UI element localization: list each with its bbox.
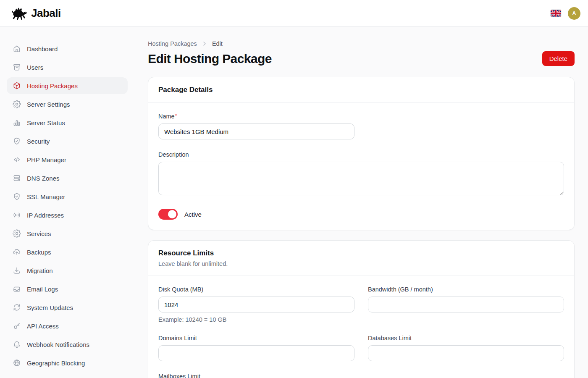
bar-chart-icon xyxy=(13,118,21,127)
avatar[interactable]: A xyxy=(568,7,580,20)
sidebar-item-backups[interactable]: Backups xyxy=(7,244,128,260)
breadcrumb: Hosting Packages Edit xyxy=(148,40,575,47)
active-toggle-row: Active xyxy=(158,209,564,220)
boar-logo-icon xyxy=(10,6,28,21)
sidebar-item-services[interactable]: Services xyxy=(7,225,128,242)
broadcast-icon xyxy=(13,211,21,219)
databases-limit-label: Databases Limit xyxy=(368,335,564,341)
mailboxes-limit-field-group: Mailboxes Limit xyxy=(158,373,354,378)
active-label: Active xyxy=(184,211,202,218)
sidebar-item-label: Migration xyxy=(27,267,53,274)
sidebar-item-hosting-packages[interactable]: Hosting Packages xyxy=(7,77,128,94)
active-toggle[interactable] xyxy=(158,209,178,220)
sidebar-item-label: Geographic Blocking xyxy=(27,360,85,367)
package-details-header: Package Details xyxy=(148,77,574,103)
sidebar-item-security[interactable]: Security xyxy=(7,133,128,150)
mailboxes-limit-label: Mailboxes Limit xyxy=(158,373,354,378)
description-label: Description xyxy=(158,151,564,158)
sidebar-item-label: Security xyxy=(27,138,50,145)
gear-icon xyxy=(13,100,21,108)
refresh-icon xyxy=(13,303,21,312)
toggle-knob xyxy=(168,210,176,218)
sidebar-item-api-access[interactable]: API Access xyxy=(7,318,128,334)
sidebar-item-label: Hosting Packages xyxy=(27,82,78,89)
sidebar-item-php-manager[interactable]: PHP Manager xyxy=(7,151,128,168)
bell-icon xyxy=(13,340,21,349)
sidebar-item-email-logs[interactable]: Email Logs xyxy=(7,281,128,297)
globe-icon xyxy=(13,359,21,367)
breadcrumb-edit: Edit xyxy=(212,40,223,47)
disk-quota-input[interactable] xyxy=(158,297,354,312)
domains-limit-field-group: Domains Limit xyxy=(158,335,354,361)
download-icon xyxy=(13,266,21,275)
cog-icon xyxy=(13,229,21,238)
disk-quota-hint: Example: 10240 = 10 GB xyxy=(158,316,354,323)
bandwidth-field-group: Bandwidth (GB / month) xyxy=(368,286,564,323)
bandwidth-label: Bandwidth (GB / month) xyxy=(368,286,564,293)
sidebar-item-label: API Access xyxy=(27,323,59,330)
description-field-group: Description xyxy=(158,151,564,197)
breadcrumb-hosting-packages[interactable]: Hosting Packages xyxy=(148,40,197,47)
name-label: Name* xyxy=(158,113,354,120)
name-field-group: Name* xyxy=(158,113,354,139)
sidebar-item-label: System Updates xyxy=(27,304,73,311)
databases-limit-input[interactable] xyxy=(368,345,564,361)
chevron-right-icon xyxy=(201,40,208,47)
brand-name: Jabali xyxy=(31,7,61,20)
domains-limit-input[interactable] xyxy=(158,345,354,361)
description-textarea[interactable] xyxy=(158,162,564,195)
page-title: Edit Hosting Package xyxy=(148,52,272,66)
disk-quota-label: Disk Quota (MB) xyxy=(158,286,354,293)
required-asterisk: * xyxy=(175,113,177,119)
domains-limit-label: Domains Limit xyxy=(158,335,354,341)
package-icon xyxy=(13,81,21,90)
resource-limits-header: Resource Limits Leave blank for unlimite… xyxy=(148,241,574,276)
shield-check-icon xyxy=(13,192,21,201)
top-header: Jabali A xyxy=(0,0,588,27)
name-input[interactable] xyxy=(158,123,354,139)
sidebar-item-label: Backups xyxy=(27,249,51,256)
shield-check-icon xyxy=(13,137,21,145)
sidebar-item-label: Server Settings xyxy=(27,101,70,108)
uk-flag-icon xyxy=(551,10,561,17)
package-details-card: Package Details Name* Description Active xyxy=(148,77,575,230)
delete-button[interactable]: Delete xyxy=(542,51,575,66)
sidebar-item-label: SSL Manager xyxy=(27,193,65,200)
card-title: Resource Limits xyxy=(158,249,564,257)
sidebar-item-label: Users xyxy=(27,64,43,71)
archive-icon xyxy=(13,63,21,71)
databases-limit-field-group: Databases Limit xyxy=(368,335,564,361)
sidebar-item-geographic-blocking[interactable]: Geographic Blocking xyxy=(7,354,128,371)
inbox-icon xyxy=(13,285,21,293)
bandwidth-input[interactable] xyxy=(368,297,564,312)
card-subtitle: Leave blank for unlimited. xyxy=(158,260,564,267)
brand-logo[interactable]: Jabali xyxy=(10,6,61,21)
disk-quota-field-group: Disk Quota (MB) Example: 10240 = 10 GB xyxy=(158,286,354,323)
language-button[interactable] xyxy=(551,10,561,17)
sidebar-item-dns-zones[interactable]: DNS Zones xyxy=(7,170,128,186)
sidebar: Dashboard Users Hosting Packages Server … xyxy=(0,27,134,378)
sidebar-item-label: DNS Zones xyxy=(27,175,60,182)
sidebar-item-system-updates[interactable]: System Updates xyxy=(7,299,128,316)
sidebar-item-ip-addresses[interactable]: IP Addresses xyxy=(7,207,128,223)
key-icon xyxy=(13,322,21,330)
sidebar-item-server-settings[interactable]: Server Settings xyxy=(7,96,128,113)
card-title: Package Details xyxy=(158,86,564,94)
sidebar-item-users[interactable]: Users xyxy=(7,59,128,76)
sidebar-item-migration[interactable]: Migration xyxy=(7,262,128,279)
sidebar-item-label: Server Status xyxy=(27,119,65,126)
server-icon xyxy=(13,174,21,182)
sidebar-item-server-status[interactable]: Server Status xyxy=(7,114,128,131)
resource-limits-card: Resource Limits Leave blank for unlimite… xyxy=(148,240,575,378)
main-content: Hosting Packages Edit Edit Hosting Packa… xyxy=(134,27,588,378)
sidebar-item-dashboard[interactable]: Dashboard xyxy=(7,40,128,57)
sidebar-item-label: Email Logs xyxy=(27,286,58,293)
sidebar-item-label: Webhook Notifications xyxy=(27,341,89,348)
sidebar-item-label: Services xyxy=(27,230,51,237)
sidebar-item-label: Dashboard xyxy=(27,45,58,52)
sidebar-item-ssl-manager[interactable]: SSL Manager xyxy=(7,188,128,205)
sidebar-item-label: PHP Manager xyxy=(27,156,66,163)
code-icon xyxy=(13,155,21,164)
sidebar-item-label: IP Addresses xyxy=(27,212,64,219)
sidebar-item-webhook-notifications[interactable]: Webhook Notifications xyxy=(7,336,128,353)
